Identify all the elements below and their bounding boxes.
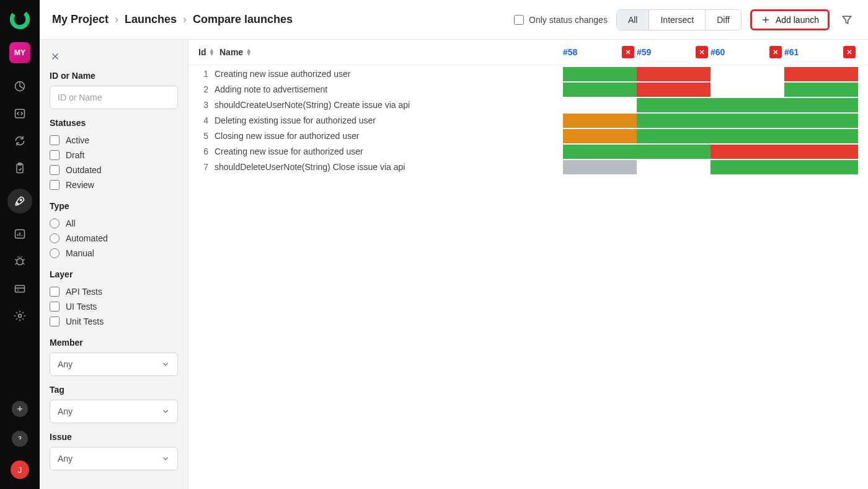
filter-statuses-label: Statuses bbox=[50, 118, 178, 128]
bug-icon[interactable] bbox=[13, 254, 27, 268]
status-cell bbox=[637, 145, 711, 159]
layer-checkbox[interactable] bbox=[50, 302, 60, 312]
status-label: Review bbox=[66, 180, 94, 190]
launch-link[interactable]: #59 bbox=[637, 47, 651, 57]
rocket-icon[interactable] bbox=[7, 189, 32, 213]
remove-launch-button[interactable] bbox=[769, 46, 782, 58]
sort-icon: ▲▼ bbox=[246, 48, 252, 56]
status-cell bbox=[784, 160, 858, 174]
status-cell bbox=[563, 114, 637, 128]
plus-circle-icon[interactable] bbox=[12, 401, 28, 417]
launch-link[interactable]: #60 bbox=[711, 47, 725, 57]
status-checkbox[interactable] bbox=[50, 150, 60, 160]
breadcrumb-section[interactable]: Launches bbox=[125, 13, 177, 26]
filter-idname-label: ID or Name bbox=[50, 71, 178, 81]
layer-checkbox[interactable] bbox=[50, 287, 60, 297]
remove-launch-button[interactable] bbox=[622, 46, 634, 58]
refresh-icon[interactable] bbox=[13, 134, 27, 148]
chevron-right-icon: › bbox=[183, 13, 187, 26]
status-cell bbox=[637, 98, 711, 112]
filter-type-label: Type bbox=[50, 201, 178, 211]
status-cell bbox=[637, 67, 711, 81]
table-row[interactable]: 2Adding note to advertisement bbox=[188, 81, 868, 96]
type-label: Manual bbox=[66, 248, 94, 258]
chevron-down-icon bbox=[161, 360, 170, 369]
status-option[interactable]: Draft bbox=[50, 148, 178, 163]
close-icon[interactable] bbox=[50, 51, 61, 62]
app-logo[interactable] bbox=[9, 9, 30, 30]
status-cell bbox=[711, 129, 784, 143]
help-icon[interactable] bbox=[12, 431, 28, 447]
layer-label: UI Tests bbox=[66, 302, 97, 312]
chevron-right-icon: › bbox=[115, 13, 118, 26]
svg-point-0 bbox=[9, 9, 30, 30]
launch-link[interactable]: #58 bbox=[563, 47, 577, 57]
launch-link[interactable]: #61 bbox=[784, 47, 799, 57]
type-option[interactable]: All bbox=[50, 216, 178, 231]
seg-intersect-button[interactable]: Intersect bbox=[649, 10, 706, 30]
gear-icon[interactable] bbox=[13, 309, 27, 323]
breadcrumb-project[interactable]: My Project bbox=[52, 13, 108, 26]
status-option[interactable]: Outdated bbox=[50, 163, 178, 177]
status-checkbox[interactable] bbox=[50, 180, 60, 190]
filter-member-select[interactable]: Any bbox=[50, 352, 178, 376]
table-row[interactable]: 5Closing new issue for authorized user bbox=[188, 127, 868, 143]
filter-member-value: Any bbox=[58, 359, 73, 369]
status-cell bbox=[784, 67, 858, 81]
breadcrumb: My Project › Launches › Compare launches bbox=[52, 13, 293, 26]
layer-option[interactable]: UI Tests bbox=[50, 299, 178, 314]
plus-icon bbox=[761, 15, 771, 25]
layer-checkbox[interactable] bbox=[50, 316, 60, 326]
seg-all-button[interactable]: All bbox=[617, 10, 650, 30]
filter-idname-input[interactable] bbox=[50, 86, 178, 109]
svg-rect-8 bbox=[16, 285, 25, 292]
row-id: 1 bbox=[198, 69, 211, 79]
header-id[interactable]: Id ▲▼ bbox=[198, 47, 211, 57]
row-name: Closing new issue for authorized user bbox=[215, 131, 563, 141]
type-radio[interactable] bbox=[50, 218, 60, 228]
status-cell bbox=[637, 114, 711, 128]
status-label: Draft bbox=[66, 150, 84, 160]
content: Id ▲▼ Name ▲▼ #58#59#60#61 1Creating new… bbox=[188, 0, 868, 489]
status-option[interactable]: Active bbox=[50, 133, 178, 148]
remove-launch-button[interactable] bbox=[696, 46, 708, 58]
type-option[interactable]: Manual bbox=[50, 246, 178, 261]
add-launch-button[interactable]: Add launch bbox=[750, 9, 830, 30]
type-radio[interactable] bbox=[50, 248, 60, 258]
table-row[interactable]: 4Deleting existing issue for authorized … bbox=[188, 112, 868, 127]
compare-table: Id ▲▼ Name ▲▼ #58#59#60#61 1Creating new… bbox=[188, 40, 868, 174]
layer-option[interactable]: Unit Tests bbox=[50, 314, 178, 329]
row-name: shouldCreateUserNote(String) Create issu… bbox=[215, 100, 563, 110]
layer-label: Unit Tests bbox=[66, 316, 104, 326]
filter-tag-select[interactable]: Any bbox=[50, 400, 178, 423]
status-checkbox[interactable] bbox=[50, 135, 60, 145]
table-header: Id ▲▼ Name ▲▼ #58#59#60#61 bbox=[188, 40, 868, 65]
filter-issue-select[interactable]: Any bbox=[50, 447, 178, 470]
clipboard-icon[interactable] bbox=[13, 161, 27, 175]
project-badge[interactable]: MY bbox=[9, 42, 30, 63]
status-checkbox[interactable] bbox=[50, 165, 60, 175]
filter-icon[interactable] bbox=[838, 11, 856, 29]
svg-rect-2 bbox=[16, 109, 25, 117]
only-status-input[interactable] bbox=[514, 15, 524, 25]
header-name[interactable]: Name ▲▼ bbox=[219, 47, 563, 57]
layer-option[interactable]: API Tests bbox=[50, 284, 178, 299]
type-radio[interactable] bbox=[50, 233, 60, 243]
table-row[interactable]: 7shouldDeleteUserNote(String) Close issu… bbox=[188, 158, 868, 174]
only-status-checkbox[interactable]: Only status changes bbox=[514, 15, 608, 25]
user-avatar[interactable]: J bbox=[11, 460, 29, 479]
status-option[interactable]: Review bbox=[50, 177, 178, 192]
seg-diff-button[interactable]: Diff bbox=[706, 10, 741, 30]
stats-icon[interactable] bbox=[13, 227, 27, 241]
main: Id ▲▼ Name ▲▼ #58#59#60#61 1Creating new… bbox=[188, 0, 868, 489]
table-row[interactable]: 3shouldCreateUserNote(String) Create iss… bbox=[188, 96, 868, 112]
pie-icon[interactable] bbox=[13, 79, 27, 93]
card-icon[interactable] bbox=[13, 282, 27, 295]
type-option[interactable]: Automated bbox=[50, 231, 178, 246]
table-row[interactable]: 6Creating new issue for authorized user bbox=[188, 143, 868, 158]
code-icon[interactable] bbox=[13, 107, 27, 120]
status-cell bbox=[637, 83, 711, 97]
type-label: Automated bbox=[66, 233, 108, 243]
remove-launch-button[interactable] bbox=[843, 46, 856, 58]
table-row[interactable]: 1Creating new issue authorized user bbox=[188, 65, 868, 81]
